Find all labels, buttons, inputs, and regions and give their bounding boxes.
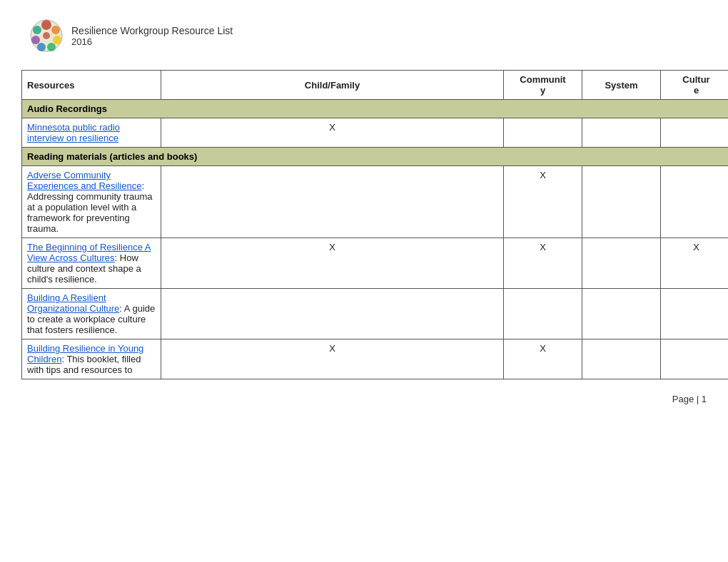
section-header-row: Audio Recordings	[22, 100, 729, 118]
child-family-cell	[161, 166, 504, 238]
svg-point-8	[43, 32, 50, 39]
child-family-cell: X	[161, 238, 504, 289]
table-row: Building A Resilient Organizational Cult…	[22, 289, 729, 339]
resource-cell: Building Resilience in Young Children: T…	[22, 339, 161, 379]
culture-cell: X	[661, 238, 729, 289]
header-year: 2016	[71, 36, 233, 47]
svg-point-6	[31, 36, 40, 44]
table-row: The Beginning of Resilience A View Acros…	[22, 238, 729, 289]
section-header-row: Reading materials (articles and books)	[22, 148, 729, 166]
resource-cell: The Beginning of Resilience A View Acros…	[22, 238, 161, 289]
header-text: Resilience Workgroup Resource List 2016	[71, 25, 233, 47]
table-row: Minnesota public radio interview on resi…	[22, 118, 729, 148]
resource-link[interactable]: Adverse Community Experiences and Resili…	[27, 170, 141, 191]
col-header-culture: Culture	[661, 71, 729, 100]
community-cell	[504, 289, 582, 339]
culture-cell	[661, 339, 729, 379]
page-header: Resilience Workgroup Resource List 2016	[21, 14, 707, 57]
child-family-cell: X	[161, 118, 504, 148]
footer: Page | 1	[21, 394, 707, 404]
culture-cell	[661, 166, 729, 238]
page-number: Page | 1	[672, 394, 707, 404]
table-row: Adverse Community Experiences and Resili…	[22, 166, 729, 238]
child-family-cell: X	[161, 339, 504, 379]
resource-cell: Minnesota public radio interview on resi…	[22, 118, 161, 148]
col-header-child-family: Child/Family	[161, 71, 504, 100]
col-header-resources: Resources	[22, 71, 161, 100]
culture-cell	[661, 118, 729, 148]
section-label: Reading materials (articles and books)	[22, 148, 729, 166]
logo-icon	[21, 14, 71, 57]
community-cell: X	[504, 339, 582, 379]
system-cell	[582, 238, 661, 289]
system-cell	[582, 339, 661, 379]
system-cell	[582, 289, 661, 339]
culture-cell	[661, 289, 729, 339]
col-header-system: System	[582, 71, 661, 100]
resource-link[interactable]: Minnesota public radio interview on resi…	[27, 122, 120, 143]
col-header-community: Community	[504, 71, 582, 100]
svg-point-7	[33, 26, 41, 34]
resource-cell: Building A Resilient Organizational Cult…	[22, 289, 161, 339]
svg-point-4	[47, 43, 56, 51]
svg-point-1	[41, 20, 51, 30]
section-label: Audio Recordings	[22, 100, 729, 118]
resource-table: Resources Child/Family Community System …	[21, 70, 728, 379]
svg-point-2	[51, 26, 60, 34]
child-family-cell	[161, 289, 504, 339]
community-cell: X	[504, 238, 582, 289]
svg-point-5	[37, 43, 46, 51]
resource-link[interactable]: Building A Resilient Organizational Cult…	[27, 292, 119, 314]
community-cell	[504, 118, 582, 148]
header-title: Resilience Workgroup Resource List	[71, 25, 233, 36]
system-cell	[582, 166, 661, 238]
community-cell: X	[504, 166, 582, 238]
table-row: Building Resilience in Young Children: T…	[22, 339, 729, 379]
svg-point-3	[53, 36, 61, 44]
resource-cell: Adverse Community Experiences and Resili…	[22, 166, 161, 238]
system-cell	[582, 118, 661, 148]
